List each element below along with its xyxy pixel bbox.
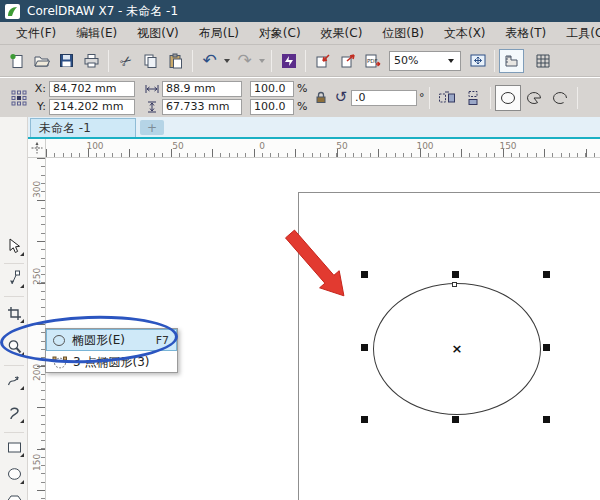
propbar-separator (490, 87, 491, 109)
rectangle-tool[interactable] (2, 435, 26, 459)
document-tab[interactable]: 未命名 -1 (30, 118, 136, 137)
red-arrow-annotation (276, 222, 396, 342)
mirror-horizontal-icon[interactable] (434, 85, 460, 111)
application-launcher-icon[interactable] (276, 49, 301, 73)
percent-h-label: % (297, 82, 307, 95)
menu-item[interactable]: 工具(O) (556, 22, 600, 45)
object-width-icon (145, 84, 159, 94)
ruler-label: 200 (32, 365, 42, 381)
polygon-tool[interactable] (2, 489, 26, 500)
object-height-field[interactable]: 67.733 mm (162, 99, 242, 115)
freehand-tool[interactable] (2, 368, 26, 392)
ruler-major-ticks (46, 149, 600, 157)
paste-icon[interactable] (163, 49, 188, 73)
toolbox-separator (4, 263, 24, 264)
selection-handle-middle-right[interactable] (543, 344, 550, 351)
pick-tool[interactable] (2, 234, 26, 258)
toolbox: 字 (0, 117, 28, 500)
title-bar[interactable]: CorelDRAW X7 - 未命名 -1 (0, 0, 600, 22)
undo-icon[interactable]: ↶ (197, 49, 222, 73)
import-icon[interactable] (310, 49, 335, 73)
print-icon[interactable] (79, 49, 104, 73)
ruler-label: 50 (336, 141, 347, 151)
crop-tool[interactable] (2, 301, 26, 325)
menu-item[interactable]: 效果(C) (311, 22, 373, 45)
angle-of-rotation-icon: ↺ (331, 85, 351, 111)
save-icon[interactable] (54, 49, 79, 73)
menu-item[interactable]: 布局(L) (189, 22, 249, 45)
x-position-field[interactable]: 84.702 mm (49, 81, 135, 97)
degree-label: ° (419, 91, 425, 104)
coreldraw-logo-icon (5, 4, 20, 19)
object-height-icon (145, 101, 159, 113)
menu-item[interactable]: 文本(X) (434, 22, 496, 45)
toolbar-separator (271, 50, 272, 72)
window-title: CorelDRAW X7 - 未命名 -1 (27, 3, 178, 20)
menu-item[interactable]: 文件(F) (6, 22, 66, 45)
selection-handle-top-center[interactable] (452, 271, 459, 278)
ruler-label: 0 (259, 141, 265, 151)
ruler-label: 150 (32, 455, 42, 471)
full-screen-preview-icon[interactable] (465, 49, 490, 73)
ruler-label: 300 (32, 182, 42, 198)
menu-item[interactable]: 位图(B) (372, 22, 434, 45)
object-width-field[interactable]: 88.9 mm (162, 81, 242, 97)
ellipse-tool[interactable] (2, 462, 26, 486)
toolbox-separator (4, 296, 24, 297)
toolbar-separator (305, 50, 306, 72)
menu-item[interactable]: 对象(C) (249, 22, 311, 45)
cut-icon[interactable]: ✂ (113, 49, 138, 73)
scale-v-field[interactable]: 100.0 (250, 99, 294, 115)
redo-icon[interactable]: ↷ (232, 49, 257, 73)
copy-icon[interactable] (138, 49, 163, 73)
selection-handle-bottom-center[interactable] (452, 416, 459, 423)
redo-dropdown-caret[interactable] (259, 59, 265, 63)
ruler-label: 100 (86, 141, 103, 151)
menu-item[interactable]: 视图(V) (127, 22, 189, 45)
selection-handle-middle-left[interactable] (361, 344, 368, 351)
ruler-origin-button[interactable] (28, 139, 46, 158)
shape-tool[interactable] (2, 266, 26, 290)
pie-mode-icon[interactable] (521, 85, 547, 111)
page-border-top (298, 192, 600, 193)
ruler-label: 50 (172, 141, 183, 151)
menu-item[interactable]: 编辑(E) (66, 22, 127, 45)
show-grid-icon[interactable] (530, 49, 555, 73)
selection-handle-bottom-left[interactable] (361, 416, 368, 423)
selection-handle-top-right[interactable] (543, 271, 550, 278)
propbar-separator (577, 87, 578, 109)
new-document-icon[interactable] (4, 49, 29, 73)
scale-h-field[interactable]: 100.0 (250, 81, 294, 97)
new-tab-button[interactable]: + (140, 120, 164, 135)
toolbar-separator (108, 50, 109, 72)
object-center-marker[interactable]: × (452, 341, 463, 356)
angle-field[interactable]: .0 (351, 90, 417, 106)
horizontal-ruler[interactable]: 10050050100150 (46, 139, 600, 158)
undo-dropdown-caret[interactable] (224, 59, 230, 63)
arc-mode-icon[interactable] (547, 85, 573, 111)
ruler-label: 150 (499, 141, 516, 151)
y-position-field[interactable]: 214.202 mm (49, 99, 135, 115)
ellipse-node[interactable] (452, 282, 457, 287)
percent-v-label: % (297, 100, 307, 113)
toolbox-separator (4, 365, 24, 366)
toolbar-separator (192, 50, 193, 72)
mirror-vertical-icon[interactable] (460, 85, 486, 111)
ellipse-mode-icon[interactable] (495, 85, 521, 111)
zoom-level-select[interactable]: 50% (389, 51, 461, 71)
publish-pdf-icon[interactable]: PDF (360, 49, 385, 73)
y-position-label: Y: (32, 100, 46, 113)
menu-item[interactable]: 表格(T) (496, 22, 557, 45)
open-icon[interactable] (29, 49, 54, 73)
propbar-separator (429, 87, 430, 109)
object-position-icon (6, 85, 32, 111)
toolbar-separator (494, 50, 495, 72)
lock-ratio-icon[interactable] (311, 85, 331, 111)
show-rulers-icon[interactable] (499, 49, 524, 73)
svg-text:PDF: PDF (367, 58, 378, 64)
artistic-media-tool[interactable] (2, 401, 26, 425)
zoom-dropdown-caret[interactable] (448, 59, 454, 63)
export-icon[interactable] (335, 49, 360, 73)
selection-handle-bottom-right[interactable] (543, 416, 550, 423)
menu-bar: 文件(F)编辑(E)视图(V)布局(L)对象(C)效果(C)位图(B)文本(X)… (0, 22, 600, 45)
